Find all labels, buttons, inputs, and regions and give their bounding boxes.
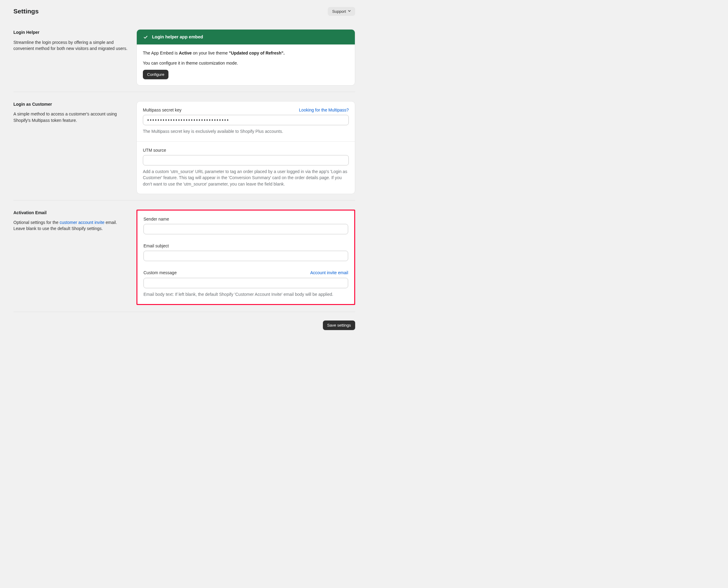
section-description: Streamline the login process by offering…	[14, 39, 129, 52]
configure-button[interactable]: Configure	[143, 70, 168, 79]
support-button[interactable]: Support	[328, 7, 355, 16]
sender-name-input[interactable]	[144, 224, 348, 234]
utm-source-input[interactable]	[143, 155, 349, 165]
section-activation-email: Activation Email Optional settings for t…	[14, 207, 355, 305]
multipass-label: Multipass secret key	[143, 107, 181, 113]
multipass-help-link[interactable]: Looking for the Multipass?	[299, 107, 349, 113]
section-title: Login Helper	[14, 29, 129, 35]
divider	[14, 92, 355, 92]
login-as-customer-card: Multipass secret key Looking for the Mul…	[136, 101, 355, 194]
sender-name-label: Sender name	[144, 216, 169, 222]
support-label: Support	[332, 9, 346, 14]
utm-source-label: UTM source	[143, 147, 166, 153]
login-helper-card: Login helper app embed The App Embed is …	[136, 29, 355, 86]
divider	[14, 200, 355, 201]
save-settings-button[interactable]: Save settings	[323, 320, 355, 330]
utm-source-help: Add a custom 'utm_source' URL parameter …	[143, 168, 349, 187]
email-subject-input[interactable]	[144, 251, 348, 261]
configure-help: You can configure it in theme customizat…	[143, 60, 349, 66]
custom-message-input[interactable]	[144, 278, 348, 288]
divider	[14, 312, 355, 312]
section-login-helper: Login Helper Streamline the login proces…	[14, 26, 355, 86]
theme-name: "Updated copy of Refresh".	[229, 50, 285, 56]
multipass-help-text: The Multipass secret key is exclusively …	[143, 128, 349, 134]
footer-actions: Save settings	[14, 320, 355, 330]
banner-header: Login helper app embed	[137, 29, 355, 44]
section-title: Activation Email	[14, 210, 129, 216]
page-header: Settings Support	[14, 7, 355, 16]
custom-message-help: Email body text: If left blank, the defa…	[144, 291, 348, 297]
multipass-secret-input[interactable]	[143, 115, 349, 125]
check-icon	[143, 35, 148, 40]
section-description: A simple method to access a customer's a…	[14, 111, 129, 123]
account-invite-email-link[interactable]: Account invite email	[310, 270, 348, 276]
banner-title: Login helper app embed	[152, 34, 203, 40]
customer-account-invite-link[interactable]: customer account invite	[60, 220, 105, 225]
section-title: Login as Customer	[14, 101, 129, 107]
email-subject-label: Email subject	[144, 243, 169, 249]
status-active: Active	[179, 50, 192, 56]
section-login-as-customer: Login as Customer A simple method to acc…	[14, 98, 355, 194]
custom-message-label: Custom message	[144, 270, 177, 276]
activation-email-card: Sender name Email subject Custom message	[137, 211, 354, 304]
highlight-box: Sender name Email subject Custom message	[136, 210, 355, 305]
chevron-down-icon	[348, 9, 351, 13]
page-title: Settings	[14, 7, 39, 16]
app-embed-status-line: The App Embed is Active on your live the…	[143, 50, 349, 56]
section-description: Optional settings for the customer accou…	[14, 219, 129, 232]
